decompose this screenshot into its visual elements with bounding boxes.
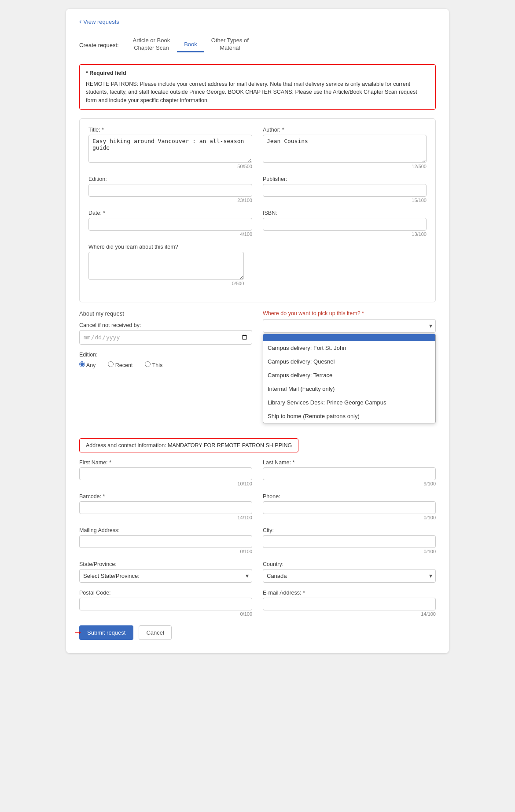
date-group: Date: * 2001 4/100: [88, 210, 252, 237]
buttons-row: → Submit request Cancel: [79, 625, 436, 640]
title-label: Title: *: [88, 127, 252, 133]
tab-book[interactable]: Book: [177, 37, 204, 52]
barcode-label: Barcode: *: [79, 493, 252, 500]
about-section: About my request Cancel if not received …: [79, 310, 436, 423]
pickup-dropdown-item-internal-mail[interactable]: Internal Mail (Faculty only): [263, 382, 435, 396]
email-input[interactable]: [263, 598, 436, 610]
submit-button[interactable]: Submit request: [79, 625, 133, 640]
last-name-count: 9/100: [263, 481, 436, 486]
author-char-count: 12/500: [263, 164, 427, 169]
first-name-label: First Name: *: [79, 459, 252, 466]
publisher-input[interactable]: Greystone Books: [263, 184, 427, 197]
mailing-label: Mailing Address:: [79, 527, 252, 533]
first-name-count: 10/100: [79, 481, 252, 486]
state-group: State/Province: Select State/Province: ▾: [79, 561, 252, 583]
radio-recent-input[interactable]: [108, 361, 114, 367]
pickup-dropdown-item-quesnel[interactable]: Campus delivery: Quesnel: [263, 355, 435, 368]
edition-input[interactable]: Revised and updated ed.: [88, 184, 252, 197]
mailing-count: 0/100: [79, 549, 252, 554]
phone-input[interactable]: [263, 501, 436, 514]
city-input[interactable]: [263, 535, 436, 548]
isbn-label: ISBN:: [263, 210, 427, 216]
phone-group: Phone: 0/100: [263, 493, 436, 520]
cancel-label: Cancel if not received by:: [79, 322, 252, 328]
country-label: Country:: [263, 561, 436, 567]
pickup-select[interactable]: [263, 319, 436, 333]
state-select[interactable]: Select State/Province:: [79, 569, 252, 583]
tab-other[interactable]: Other Types ofMaterial: [204, 33, 256, 57]
isbn-input[interactable]: 9781550548464: [263, 218, 427, 231]
arrow-indicator: →: [73, 627, 83, 638]
postal-count: 0/100: [79, 611, 252, 617]
publisher-label: Publisher:: [263, 176, 427, 182]
publisher-char-count: 15/100: [263, 198, 427, 203]
postal-email-row: Postal Code: 0/100 E-mail Address: * 14/…: [79, 590, 436, 617]
pickup-dropdown-item-ship-home[interactable]: Ship to home (Remote patrons only): [263, 409, 435, 423]
radio-any[interactable]: Any: [79, 361, 96, 368]
barcode-group: Barcode: * 14/100: [79, 493, 252, 520]
postal-group: Postal Code: 0/100: [79, 590, 252, 617]
phone-label: Phone:: [263, 493, 436, 500]
postal-input[interactable]: [79, 598, 252, 610]
city-group: City: 0/100: [263, 527, 436, 554]
last-name-group: Last Name: * 9/100: [263, 459, 436, 486]
radio-any-input[interactable]: [79, 361, 85, 367]
radio-this-label: This: [152, 362, 163, 368]
date-input[interactable]: 2001: [88, 218, 252, 231]
last-name-label: Last Name: *: [263, 459, 436, 466]
first-name-input[interactable]: [79, 467, 252, 480]
author-label: Author: *: [263, 127, 427, 133]
mailing-input[interactable]: [79, 535, 252, 548]
address-section-header: Address and contact information: MANDATO…: [79, 438, 298, 452]
about-right: Where do you want to pick up this item? …: [263, 310, 436, 423]
email-group: E-mail Address: * 14/100: [263, 590, 436, 617]
source-label: Where did you learn about this item?: [88, 244, 244, 250]
source-input[interactable]: [88, 252, 244, 280]
author-input[interactable]: Jean Cousins: [263, 135, 427, 163]
edition-radio-group: Edition: Any Recent This: [79, 352, 252, 372]
country-group: Country: Canada ▾: [263, 561, 436, 583]
radio-recent[interactable]: Recent: [108, 361, 132, 368]
title-input[interactable]: Easy hiking around Vancouver : an all-se…: [88, 135, 252, 163]
postal-label: Postal Code:: [79, 590, 252, 596]
pickup-dropdown-item-library-services[interactable]: Library Services Desk: Prince George Cam…: [263, 396, 435, 409]
email-count: 14/100: [263, 611, 436, 617]
back-link[interactable]: View requests: [79, 18, 119, 26]
cancel-date-input[interactable]: [79, 330, 252, 345]
notice-body: REMOTE PATRONS: Please include your corr…: [86, 80, 429, 105]
address-section: Address and contact information: MANDATO…: [79, 431, 436, 617]
pickup-dropdown-item-terrace[interactable]: Campus delivery: Terrace: [263, 368, 435, 382]
publisher-group: Publisher: Greystone Books 15/100: [263, 176, 427, 203]
pickup-dropdown-item-empty[interactable]: [263, 334, 435, 341]
title-group: Title: * Easy hiking around Vancouver : …: [88, 127, 252, 169]
edition-char-count: 23/100: [88, 198, 252, 203]
pickup-dropdown-item-fort-st-john[interactable]: Campus delivery: Fort St. John: [263, 341, 435, 355]
title-char-count: 50/500: [88, 164, 252, 169]
source-group: Where did you learn about this item? 0/5…: [88, 244, 244, 286]
mailing-city-row: Mailing Address: 0/100 City: 0/100: [79, 527, 436, 554]
name-row: First Name: * 10/100 Last Name: * 9/100: [79, 459, 436, 486]
cancel-by-group: Cancel if not received by:: [79, 322, 252, 345]
source-char-count: 0/500: [88, 281, 244, 286]
date-isbn-row: Date: * 2001 4/100 ISBN: 9781550548464 1…: [88, 210, 427, 237]
last-name-input[interactable]: [263, 467, 436, 480]
pickup-dropdown-open: Campus delivery: Fort St. John Campus de…: [263, 334, 436, 423]
author-group: Author: * Jean Cousins 12/500: [263, 127, 427, 169]
city-count: 0/100: [263, 549, 436, 554]
phone-count: 0/100: [263, 515, 436, 520]
date-label: Date: *: [88, 210, 252, 216]
radio-this-input[interactable]: [145, 361, 151, 367]
about-left: About my request Cancel if not received …: [79, 310, 252, 423]
pickup-select-wrapper: ▾: [263, 319, 436, 333]
title-author-row: Title: * Easy hiking around Vancouver : …: [88, 127, 427, 169]
country-select[interactable]: Canada: [263, 569, 436, 583]
tab-article[interactable]: Article or BookChapter Scan: [126, 33, 177, 57]
state-select-wrapper: Select State/Province: ▾: [79, 569, 252, 583]
radio-any-label: Any: [86, 362, 96, 368]
first-name-group: First Name: * 10/100: [79, 459, 252, 486]
barcode-input[interactable]: [79, 501, 252, 514]
cancel-button[interactable]: Cancel: [139, 625, 171, 640]
radio-this[interactable]: This: [145, 361, 162, 368]
barcode-phone-row: Barcode: * 14/100 Phone: 0/100: [79, 493, 436, 520]
notice-box: * Required field REMOTE PATRONS: Please …: [79, 64, 436, 110]
